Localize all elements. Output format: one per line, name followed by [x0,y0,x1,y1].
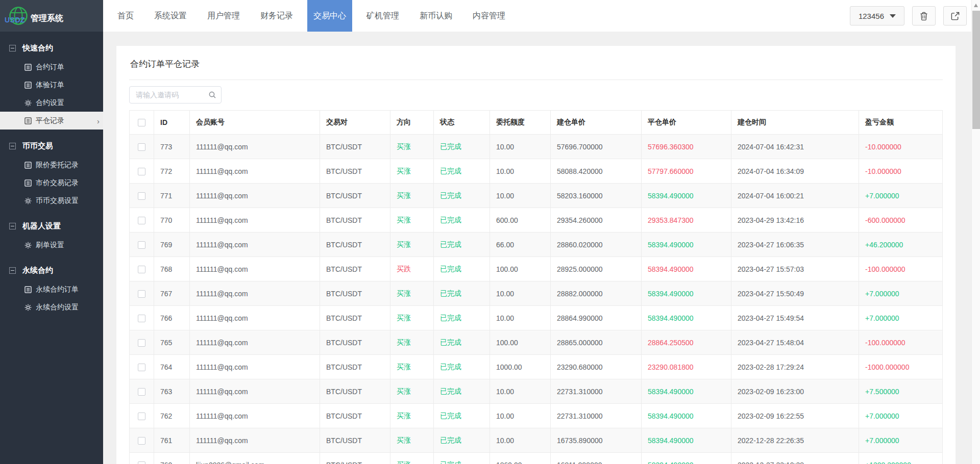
sidebar-item-label: 币币交易设置 [36,196,79,205]
sidebar-section: 快速合约合约订单体验订单合约设置平仓记录› [0,38,103,130]
cell-open-time: 2024-07-04 16:42:31 [731,135,859,159]
row-checkbox[interactable] [138,315,145,322]
sidebar-item[interactable]: 币币交易设置 [0,192,103,210]
sidebar-item[interactable]: 刷单设置 [0,236,103,254]
sidebar-item[interactable]: 合约订单 [0,58,103,76]
cell-open-time: 2023-04-29 13:42:16 [731,208,859,233]
sidebar-section-label: 机器人设置 [22,221,61,231]
cell-status: 已完成 [434,233,490,257]
sidebar-item[interactable]: 体验订单 [0,76,103,94]
table-row: 768111111@qq.comBTC/USDT买跌已完成100.0028925… [130,257,943,281]
cell-open-price: 28925.000000 [551,257,642,281]
table-row: 765111111@qq.comBTC/USDT买涨已完成100.0028865… [130,330,943,355]
cell-account: 111111@qq.com [190,306,320,330]
cell-id: 763 [154,379,190,404]
nav-item[interactable]: 首页 [111,0,140,32]
row-checkbox[interactable] [138,168,145,175]
cell-amount: 10.00 [490,306,551,330]
vertical-scrollbar[interactable] [971,0,980,464]
nav-item[interactable]: 矿机管理 [360,0,405,32]
row-checkbox-cell [130,404,154,428]
cell-direction: 买涨 [390,330,434,355]
cell-direction: 买涨 [390,135,434,159]
row-checkbox[interactable] [138,437,145,445]
cell-close-price: 28864.250500 [642,330,731,355]
sidebar-section-header[interactable]: 快速合约 [0,38,103,58]
cell-status: 已完成 [434,428,490,453]
cell-id: 773 [154,135,190,159]
trash-button[interactable] [912,6,936,25]
nav-item[interactable]: 系统设置 [148,0,193,32]
row-checkbox[interactable] [138,339,145,347]
list-icon [24,117,32,124]
sidebar-section: 机器人设置刷单设置 [0,216,103,254]
cell-account: 111111@qq.com [190,355,320,379]
column-header: 会员账号 [190,111,320,135]
cell-direction: 买涨 [390,453,434,464]
sidebar-item[interactable]: 合约设置 [0,94,103,112]
row-checkbox[interactable] [138,461,145,464]
cell-pnl: +1308.300000 [859,453,943,464]
cell-direction: 买涨 [390,428,434,453]
cell-open-time: 2023-04-27 15:49:54 [731,306,859,330]
row-checkbox[interactable] [138,217,145,224]
cell-amount: 10.00 [490,159,551,184]
sidebar-item[interactable]: 市价交易记录 [0,174,103,192]
cell-status: 已完成 [434,281,490,306]
sidebar-section-header[interactable]: 币币交易 [0,136,103,156]
globe-icon: USDZ [6,4,30,28]
row-checkbox[interactable] [138,192,145,200]
scroll-up-arrow-icon[interactable] [974,4,978,7]
sidebar-item[interactable]: 平仓记录› [0,112,103,130]
top-right-controls: 123456 [850,0,980,32]
list-icon [24,286,32,293]
search-input[interactable] [129,86,222,104]
row-checkbox[interactable] [138,266,145,273]
table-row: 771111111@qq.comBTC/USDT买涨已完成10.0058203.… [130,184,943,208]
table-body: 773111111@qq.comBTC/USDT买涨已完成10.0057696.… [130,135,943,464]
nav-item[interactable]: 用户管理 [201,0,246,32]
cell-pnl: -100.000000 [859,330,943,355]
row-checkbox[interactable] [138,143,145,151]
cell-open-time: 2024-07-04 16:00:21 [731,184,859,208]
cell-open-time: 2023-04-27 15:57:03 [731,257,859,281]
gear-icon [24,303,32,311]
account-dropdown-button[interactable]: 123456 [850,6,904,25]
cell-account: 111111@qq.com [190,428,320,453]
scrollbar-thumb[interactable] [972,11,980,129]
nav-item[interactable]: 财务记录 [254,0,299,32]
search-icon[interactable] [208,91,216,99]
cell-status: 已完成 [434,208,490,233]
row-checkbox[interactable] [138,290,145,298]
row-checkbox[interactable] [138,413,145,420]
logout-button[interactable] [943,6,967,25]
sidebar-item[interactable]: 永续合约设置 [0,298,103,316]
cell-account: 111111@qq.com [190,330,320,355]
row-checkbox[interactable] [138,388,145,396]
cell-open-time: 2023-02-09 16:22:55 [731,404,859,428]
cell-close-price: 58394.490000 [642,257,731,281]
column-header: 委托额度 [490,111,551,135]
cell-open-price: 58203.160000 [551,184,642,208]
sidebar-section: 币币交易限价委托记录市价交易记录币币交易设置 [0,136,103,210]
sidebar-item[interactable]: 限价委托记录 [0,156,103,174]
cell-pair: BTC/USDT [320,428,390,453]
nav-item[interactable]: 交易中心 [307,0,352,32]
page-header: 合约订单平仓记录 [129,46,943,80]
row-checkbox[interactable] [138,364,145,371]
nav-item[interactable]: 新币认购 [413,0,458,32]
sidebar-item-label: 刷单设置 [36,241,64,250]
sidebar-item[interactable]: 永续合约订单 [0,280,103,298]
cell-close-price: 58394.490000 [642,233,731,257]
row-checkbox[interactable] [138,241,145,249]
table-row: 772111111@qq.comBTC/USDT买涨已完成10.0058088.… [130,159,943,184]
cell-open-time: 2023-04-27 15:50:49 [731,281,859,306]
cell-open-price: 57696.700000 [551,135,642,159]
sidebar-section-header[interactable]: 永续合约 [0,260,103,280]
cell-id: 761 [154,428,190,453]
select-all-checkbox[interactable] [138,119,145,126]
cell-pnl: -10.000000 [859,159,943,184]
nav-item[interactable]: 内容管理 [467,0,511,32]
cell-amount: 1000.00 [490,355,551,379]
sidebar-section-header[interactable]: 机器人设置 [0,216,103,236]
